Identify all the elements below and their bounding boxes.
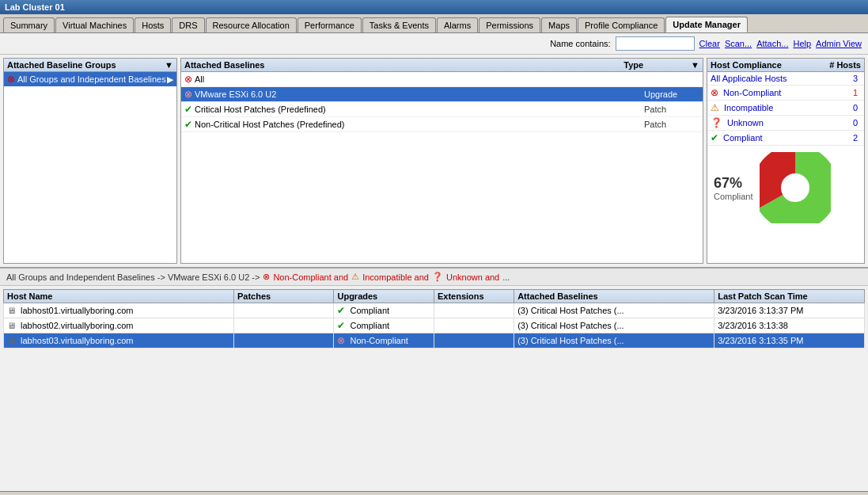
window-title: Lab Cluster 01 bbox=[5, 2, 65, 12]
compliant-label: Compliant bbox=[714, 192, 753, 201]
host-compliance-panel: Host Compliance # Hosts All Applicable H… bbox=[707, 58, 865, 264]
warning-incompatible: ⚠ bbox=[711, 102, 719, 113]
host-name-3: 🖥 labhost03.virtuallyboring.com bbox=[4, 333, 234, 348]
col-header-patches[interactable]: Patches bbox=[233, 290, 334, 303]
server-icon-2: 🖥 bbox=[7, 321, 16, 330]
help-button[interactable]: Help bbox=[793, 39, 811, 48]
tab-drs[interactable]: DRS bbox=[172, 17, 204, 32]
compliance-row-unknown[interactable]: ❓ Unknown 0 bbox=[707, 116, 864, 131]
col-header-upgrades[interactable]: Upgrades bbox=[334, 290, 434, 303]
red-x-icon-all: ⊗ bbox=[184, 74, 192, 85]
percent-label: 67% bbox=[714, 175, 753, 192]
red-x-icon-esxi: ⊗ bbox=[184, 89, 192, 100]
green-check-host1: ✔ bbox=[337, 305, 345, 316]
compliance-row-noncompliant[interactable]: ⊗ Non-Compliant 1 bbox=[707, 86, 864, 101]
red-x-host3: ⊗ bbox=[337, 335, 345, 346]
type-header: Type bbox=[624, 60, 643, 70]
host-name-2: 🖥 labhost02.virtuallyboring.com bbox=[4, 318, 234, 333]
baselines-panel-expand-icon[interactable]: ▼ bbox=[691, 60, 699, 70]
baselines-3: (3) Critical Host Patches (... bbox=[514, 333, 714, 348]
chart-labels: 67% Compliant bbox=[714, 175, 753, 201]
question-unknown: ❓ bbox=[711, 117, 722, 128]
green-check-compliant: ✔ bbox=[711, 132, 718, 143]
filter-ellipsis: ... bbox=[502, 272, 510, 282]
scantime-1: 3/23/2016 3:13:37 PM bbox=[714, 303, 865, 318]
baseline-group-item[interactable]: ⊗ All Groups and Independent Baselines ▶ bbox=[4, 72, 176, 86]
tab-permissions[interactable]: Permissions bbox=[479, 17, 540, 32]
compliance-row-all[interactable]: All Applicable Hosts 3 bbox=[707, 72, 864, 86]
toolbar: Name contains: Clear Scan... Attach... H… bbox=[0, 33, 868, 55]
col-header-host[interactable]: Host Name bbox=[4, 290, 234, 303]
clear-button[interactable]: Clear bbox=[699, 39, 720, 48]
tab-hosts[interactable]: Hosts bbox=[135, 17, 171, 32]
col-header-baselines[interactable]: Attached Baselines bbox=[514, 290, 714, 303]
upgrades-1: ✔ Compliant bbox=[334, 303, 434, 318]
col-header-scantime[interactable]: Last Patch Scan Time bbox=[714, 290, 865, 303]
tab-tasks-events[interactable]: Tasks & Events bbox=[362, 17, 436, 32]
noncompliant-filter[interactable]: Non-Compliant and bbox=[273, 272, 348, 282]
expand-arrow-icon: ▶ bbox=[167, 74, 173, 85]
baseline-groups-content: ⊗ All Groups and Independent Baselines ▶ bbox=[4, 72, 176, 263]
patches-3 bbox=[233, 333, 334, 348]
tab-alarms[interactable]: Alarms bbox=[437, 17, 478, 32]
noncompliant-filter-icon: ⊗ bbox=[263, 272, 270, 282]
host-compliance-header: Host Compliance # Hosts bbox=[707, 59, 864, 72]
compliance-content: All Applicable Hosts 3 ⊗ Non-Compliant 1… bbox=[707, 72, 864, 263]
tab-performance[interactable]: Performance bbox=[298, 17, 362, 32]
incompatible-filter[interactable]: Incompatible and bbox=[362, 272, 429, 282]
attached-baseline-groups-header: Attached Baseline Groups ▼ bbox=[4, 59, 176, 72]
server-icon-1: 🖥 bbox=[7, 306, 16, 315]
unknown-filter[interactable]: Unknown and bbox=[446, 272, 499, 282]
tab-profile-compliance[interactable]: Profile Compliance bbox=[578, 17, 665, 32]
red-x-noncompliant: ⊗ bbox=[711, 87, 718, 98]
tab-virtual-machines[interactable]: Virtual Machines bbox=[55, 17, 134, 32]
hosts-table-header: Host Name Patches Upgrades Extensions At… bbox=[4, 290, 865, 303]
tab-resource-allocation[interactable]: Resource Allocation bbox=[206, 17, 297, 32]
extensions-1 bbox=[434, 303, 514, 318]
compliance-row-compliant[interactable]: ✔ Compliant 2 bbox=[707, 131, 864, 146]
admin-view-button[interactable]: Admin View bbox=[816, 39, 862, 48]
upgrades-2: ✔ Compliant bbox=[334, 318, 434, 333]
attached-baseline-groups-panel: Attached Baseline Groups ▼ ⊗ All Groups … bbox=[3, 58, 177, 264]
extensions-2 bbox=[434, 318, 514, 333]
baseline-row-all[interactable]: ⊗ All bbox=[181, 72, 703, 87]
compliance-table: All Applicable Hosts 3 ⊗ Non-Compliant 1… bbox=[707, 72, 864, 146]
baseline-row-esxi[interactable]: ⊗ VMware ESXi 6.0 U2 Upgrade bbox=[181, 87, 703, 102]
host-row-3[interactable]: 🖥 labhost03.virtuallyboring.com ⊗ Non-Co… bbox=[4, 333, 865, 348]
green-check-critical: ✔ bbox=[184, 104, 192, 115]
baselines-content: ⊗ All ⊗ VMware ESXi 6.0 U2 Upgrade ✔ Cri… bbox=[181, 72, 703, 263]
host-name-1: 🖥 labhost01.virtuallyboring.com bbox=[4, 303, 234, 318]
baseline-row-noncritical[interactable]: ✔ Non-Critical Host Patches (Predefined)… bbox=[181, 117, 703, 132]
upgrades-3: ⊗ Non-Compliant bbox=[334, 333, 434, 348]
attach-button[interactable]: Attach... bbox=[756, 39, 788, 48]
incompatible-filter-icon: ⚠ bbox=[351, 272, 359, 282]
green-check-host2: ✔ bbox=[337, 320, 345, 331]
chart-section: 67% Compliant bbox=[707, 146, 864, 230]
tab-update-manager[interactable]: Update Manager bbox=[665, 17, 748, 32]
attached-baselines-header: Attached Baselines Type ▼ bbox=[181, 59, 703, 72]
baseline-row-critical[interactable]: ✔ Critical Host Patches (Predefined) Pat… bbox=[181, 102, 703, 117]
filter-bar: All Groups and Independent Baselines -> … bbox=[0, 268, 868, 286]
bottom-bar: Hide Hosts ⚙ Stage... ⚙ Remediate... bbox=[0, 491, 868, 495]
scan-button[interactable]: Scan... bbox=[725, 39, 752, 48]
unknown-filter-icon: ❓ bbox=[432, 272, 443, 282]
main-content: Attached Baseline Groups ▼ ⊗ All Groups … bbox=[0, 55, 868, 491]
compliance-row-incompatible[interactable]: ⚠ Incompatible 0 bbox=[707, 101, 864, 116]
host-row-1[interactable]: 🖥 labhost01.virtuallyboring.com ✔ Compli… bbox=[4, 303, 865, 318]
name-contains-input[interactable] bbox=[616, 36, 695, 51]
hosts-table: Host Name Patches Upgrades Extensions At… bbox=[3, 289, 865, 348]
tab-maps[interactable]: Maps bbox=[541, 17, 577, 32]
upper-section: Attached Baseline Groups ▼ ⊗ All Groups … bbox=[0, 55, 868, 268]
scantime-3: 3/23/2016 3:13:35 PM bbox=[714, 333, 865, 348]
patches-1 bbox=[233, 303, 334, 318]
server-icon-3: 🖥 bbox=[7, 336, 16, 345]
host-row-2[interactable]: 🖥 labhost02.virtuallyboring.com ✔ Compli… bbox=[4, 318, 865, 333]
green-check-noncritical: ✔ bbox=[184, 119, 192, 130]
lower-section: Host Name Patches Upgrades Extensions At… bbox=[0, 286, 868, 491]
panel-expand-icon[interactable]: ▼ bbox=[165, 60, 173, 70]
baselines-1: (3) Critical Host Patches (... bbox=[514, 303, 714, 318]
title-bar: Lab Cluster 01 bbox=[0, 0, 868, 14]
col-header-extensions[interactable]: Extensions bbox=[434, 290, 514, 303]
attached-baselines-panel: Attached Baselines Type ▼ ⊗ All ⊗ VMware… bbox=[180, 58, 703, 264]
tab-summary[interactable]: Summary bbox=[3, 17, 55, 32]
